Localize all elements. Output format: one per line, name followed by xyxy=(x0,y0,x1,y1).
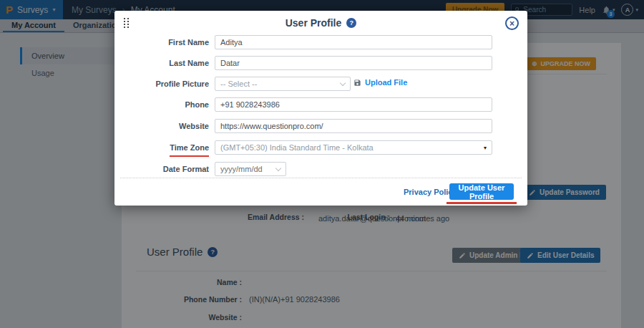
phone-row: Phone xyxy=(114,97,527,112)
annotation-underline: Time Zone xyxy=(170,140,209,157)
time-zone-label: Time Zone xyxy=(114,140,209,157)
upload-file-link[interactable]: Upload File xyxy=(353,78,407,87)
user-profile-modal: User Profile ? × First Name Last Name Pr… xyxy=(114,11,527,206)
website-field[interactable] xyxy=(215,119,492,133)
annotation-underline xyxy=(447,202,517,204)
first-name-field[interactable] xyxy=(215,35,492,49)
caret-down-icon: ▾ xyxy=(484,145,487,151)
time-zone-selected-value: (GMT+05:30) India Standard Time - Kolkat… xyxy=(220,143,374,152)
chevron-down-icon xyxy=(340,79,346,85)
close-icon[interactable]: × xyxy=(505,16,519,30)
profile-picture-selected-value: -- Select -- xyxy=(220,79,257,88)
website-label: Website xyxy=(114,119,209,133)
date-format-select[interactable]: yyyy/mm/dd xyxy=(215,162,286,176)
profile-picture-row: Profile Picture -- Select -- Upload File xyxy=(114,77,527,91)
upload-file-icon xyxy=(353,79,361,87)
last-name-row: Last Name xyxy=(114,56,527,70)
date-format-label: Date Format xyxy=(114,162,209,176)
last-name-field[interactable] xyxy=(215,56,492,70)
update-user-profile-button[interactable]: Update User Profile xyxy=(449,183,514,200)
questionpro-app: P Surveys ▾ My Surveys › My Account Upgr… xyxy=(0,0,644,328)
footer-divider xyxy=(120,178,522,178)
upload-file-label: Upload File xyxy=(365,78,407,87)
profile-picture-select[interactable]: -- Select -- xyxy=(215,77,351,91)
first-name-label: First Name xyxy=(114,35,209,49)
phone-label: Phone xyxy=(114,97,209,112)
modal-title-text: User Profile xyxy=(286,17,342,29)
chevron-down-icon xyxy=(275,165,281,170)
modal-title: User Profile ? xyxy=(114,17,527,29)
help-icon[interactable]: ? xyxy=(346,18,356,28)
website-row: Website xyxy=(114,119,527,133)
time-zone-select[interactable]: (GMT+05:30) India Standard Time - Kolkat… xyxy=(215,140,492,155)
last-name-label: Last Name xyxy=(114,56,209,70)
time-zone-row: Time Zone (GMT+05:30) India Standard Tim… xyxy=(114,140,527,155)
first-name-row: First Name xyxy=(114,35,527,49)
date-format-row: Date Format yyyy/mm/dd xyxy=(114,162,527,176)
date-format-selected-value: yyyy/mm/dd xyxy=(220,165,263,173)
phone-field[interactable] xyxy=(215,97,492,112)
profile-picture-label: Profile Picture xyxy=(114,77,209,91)
